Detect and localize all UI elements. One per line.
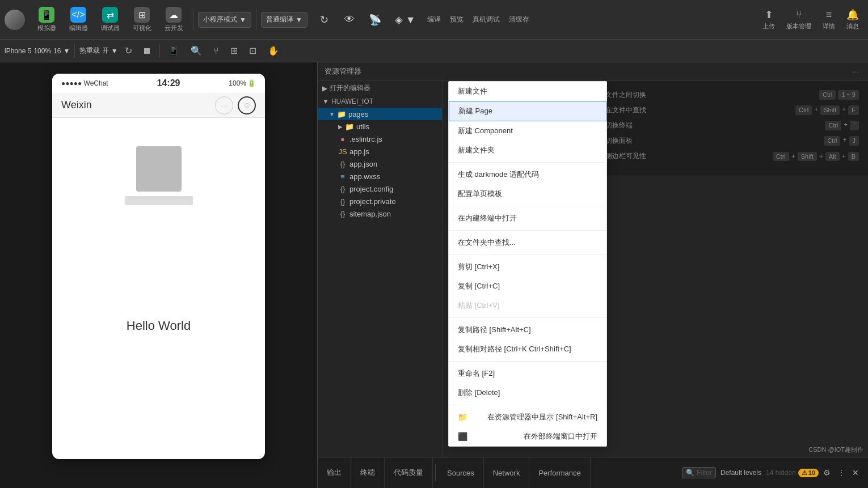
tab-code-quality[interactable]: 代码质量 (385, 457, 433, 488)
eslintrc-file[interactable]: ● .eslintrc.js (318, 133, 442, 145)
ctx-new-folder[interactable]: 新建文件夹 (449, 141, 606, 160)
sitemap-file[interactable]: {} sitemap.json (318, 207, 442, 220)
git-icon[interactable]: ⑂ (210, 44, 222, 58)
ctx-find-in-folder[interactable]: 在文件夹中查找... (449, 233, 606, 252)
ctx-sep-6 (449, 361, 606, 362)
reload-btn[interactable]: ↻ (123, 43, 134, 58)
phone-nav-icons: ··· ⊙ (215, 96, 256, 114)
project-config-file[interactable]: {} project.config (318, 183, 442, 195)
layers-btn[interactable]: ◈ ▼ (390, 4, 420, 36)
app-json-file[interactable]: {} app.json (318, 158, 442, 170)
more-options-icon[interactable]: ··· (850, 66, 861, 77)
ctx-new-page[interactable]: 新建 Page (449, 101, 606, 121)
utils-folder-icon: 📁 (345, 122, 354, 131)
detail-btn[interactable]: ≡ 详情 (818, 7, 840, 33)
ctx-new-file[interactable]: 新建文件 (449, 82, 606, 101)
ctx-sep-4 (449, 254, 606, 255)
ctx-cut[interactable]: 剪切 [Ctrl+X] (449, 257, 606, 277)
app-wxss-icon: ≡ (338, 172, 347, 181)
avatar (5, 10, 25, 30)
close-panel-btn[interactable]: ✕ (850, 466, 861, 479)
phone-hello: Hello World (127, 319, 191, 333)
editor-btn[interactable]: </> 编辑器 (64, 4, 93, 36)
sub-toolbar: iPhone 5 100% 16 ▼ 热重载 开 ▼ ↻ ⏹ 📱 🔍 ⑂ ⊞ ⊡… (0, 40, 868, 62)
ctx-open-terminal[interactable]: 在内建终端中打开 (449, 209, 606, 228)
ctx-rename[interactable]: 重命名 [F2] (449, 364, 606, 383)
editor-content-area: 新建文件 新建 Page 新建 Component 新建文件夹 生成 darkm… (443, 81, 868, 488)
phone-nav-title: Weixin (61, 99, 92, 111)
preview-group: 预览 (450, 15, 464, 24)
cloud-btn[interactable]: ☁ 云开发 (159, 4, 188, 36)
project-section[interactable]: ▼ HUAWEI_IOT (318, 95, 442, 108)
hot-reload-selector[interactable]: 热重载 开 ▼ (79, 46, 117, 56)
settings-btn[interactable]: ⚙ (821, 466, 833, 479)
compile-select[interactable]: 普通编译 ▼ (261, 12, 307, 28)
mode-select[interactable]: 小程序模式 ▼ (198, 12, 251, 28)
ctx-config-template[interactable]: 配置单页模板 (449, 184, 606, 203)
phone-nav-dots[interactable]: ··· (215, 96, 233, 114)
panel-shortcut: Ctrl + J (824, 136, 859, 146)
refresh-btn[interactable]: ↻ (314, 4, 335, 36)
eslintrc-icon: ● (338, 134, 347, 143)
top-toolbar: 📱 模拟器 </> 编辑器 ⇄ 调试器 ⊞ 可视化 ☁ 云开发 小程序模式 ▼ … (0, 0, 868, 40)
ctx-show-in-explorer[interactable]: 📁 在资源管理器中显示 [Shift+Alt+R] (449, 408, 606, 427)
shortcuts-panel: 文件之间切换 Ctrl 1 ~ 9 在文件中查找 Ctrl + Shift + (596, 81, 868, 176)
editor-top-bar: 资源管理器 ··· (318, 62, 868, 81)
search-icon[interactable]: 🔍 (187, 43, 205, 58)
device-selector[interactable]: iPhone 5 100% 16 ▼ (5, 47, 70, 55)
ctx-copy-rel-path[interactable]: 复制相对路径 [Ctrl+K Ctrl+Shift+C] (449, 340, 606, 359)
hand-icon[interactable]: ✋ (264, 43, 283, 58)
switch-file-row: 文件之间切换 Ctrl 1 ~ 9 (605, 90, 859, 100)
phone-icon[interactable]: 📱 (165, 43, 183, 58)
project-config-icon: {} (338, 184, 347, 193)
more-btn[interactable]: ⋮ (835, 466, 848, 479)
antenna-btn[interactable]: 📡 (364, 4, 386, 36)
message-btn[interactable]: 🔔 消息 (842, 6, 863, 33)
right-btns: ⬆ 上传 ⑂ 版本管理 ≡ 详情 🔔 消息 (758, 6, 863, 33)
phone-time: 14:29 (157, 78, 180, 88)
monitor-icon[interactable]: ⊡ (246, 43, 260, 58)
sidebar-visibility-row: 侧边栏可见性 Ctrl + Shift + Alt + B (605, 151, 859, 161)
phone-frame: ●●●●● WeChat 14:29 100% 🔋 Weixin ··· ⊙ H… (52, 74, 265, 459)
app-js-icon: JS (338, 147, 347, 156)
app-js-file[interactable]: JS app.js (318, 145, 442, 158)
eye-btn[interactable]: 👁 (339, 4, 360, 36)
ctx-new-component[interactable]: 新建 Component (449, 121, 606, 141)
sidebar-shortcut: Ctrl + Shift + Alt + B (773, 151, 859, 161)
ctx-copy[interactable]: 复制 [Ctrl+C] (449, 277, 606, 296)
phone-nav-camera[interactable]: ⊙ (238, 96, 256, 114)
ctx-gen-darkmode[interactable]: 生成 darkmode 适配代码 (449, 165, 606, 184)
ctx-open-external[interactable]: ⬛ 在外部终端窗口中打开 (449, 427, 606, 446)
tab-network[interactable]: Network (484, 457, 530, 488)
upload-btn[interactable]: ⬆ 上传 (758, 6, 779, 33)
phone-content: Hello World (52, 118, 265, 345)
main-area: ●●●●● WeChat 14:29 100% 🔋 Weixin ··· ⊙ H… (0, 62, 868, 488)
project-private-icon: {} (338, 197, 347, 206)
visual-btn[interactable]: ⊞ 可视化 (127, 4, 157, 36)
pages-folder[interactable]: ▼ 📁 pages (318, 108, 442, 120)
ctx-delete[interactable]: 删除 [Delete] (449, 383, 606, 402)
tab-sources[interactable]: Sources (438, 457, 484, 488)
utils-folder[interactable]: ▶ 📁 utils (318, 120, 442, 133)
open-editors-section[interactable]: ▶ 打开的编辑器 (318, 81, 442, 95)
simulator-btn[interactable]: 📱 模拟器 (32, 4, 61, 36)
project-private-file[interactable]: {} project.private (318, 195, 442, 207)
phone-avatar (136, 146, 182, 192)
grid-icon[interactable]: ⊞ (227, 43, 241, 58)
bottom-actions: 🔍 Filter Default levels 14 hidden ⚠ 10 ⚙… (682, 466, 868, 479)
ctx-copy-path[interactable]: 复制路径 [Shift+Alt+C] (449, 320, 606, 340)
bottom-panel: 输出 终端 代码质量 Sources Network Performance 🔍… (318, 457, 868, 488)
stop-btn[interactable]: ⏹ (139, 44, 155, 58)
filter-box[interactable]: 🔍 Filter (682, 467, 716, 478)
tab-terminal[interactable]: 终端 (351, 457, 385, 488)
sep1 (193, 9, 193, 31)
version-btn[interactable]: ⑂ 版本管理 (782, 7, 816, 33)
debug-btn[interactable]: ⇄ 调试器 (95, 4, 125, 36)
app-wxss-file[interactable]: ≡ app.wxss (318, 170, 442, 183)
find-in-file-row: 在文件中查找 Ctrl + Shift + F (605, 105, 859, 115)
real-debug-group: 真机调试 (473, 15, 500, 24)
tab-performance[interactable]: Performance (529, 457, 590, 488)
tab-output[interactable]: 输出 (318, 457, 351, 488)
hidden-count: 14 hidden (766, 469, 796, 477)
phone-status-bar: ●●●●● WeChat 14:29 100% 🔋 (52, 74, 265, 93)
